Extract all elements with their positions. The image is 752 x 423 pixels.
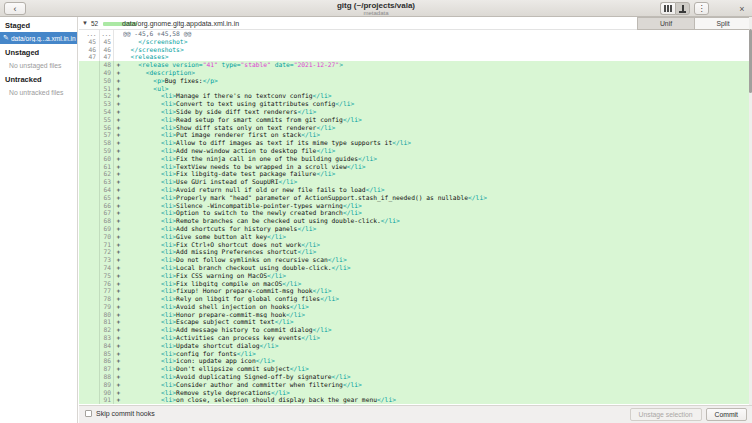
new-line-number: 58	[100, 139, 114, 147]
new-line-number: 68	[100, 217, 114, 225]
file-expander-icon[interactable]: ▼	[82, 20, 88, 26]
diff-line[interactable]: 48+ <release version="41" type="stable" …	[79, 61, 749, 69]
diff-line[interactable]: 91+ <li>on close, selection should displ…	[79, 396, 749, 404]
diff-line[interactable]: 84+ <li>Update shortcut dialog</li>	[79, 342, 749, 350]
diff-line[interactable]: 50+ <p>Bug fixes:</p>	[79, 77, 749, 85]
line-content: <li>on close, selection should display b…	[123, 396, 749, 404]
new-line-number: 73	[100, 256, 114, 264]
line-sign: +	[114, 334, 123, 342]
history-view-button[interactable]	[660, 2, 675, 15]
new-line-number: 50	[100, 77, 114, 85]
diff-line[interactable]: 81+ <li>Escape subject commit text</li>	[79, 318, 749, 326]
diff-line[interactable]: 77+ <li>fixup! Honor prepare-commit-msg …	[79, 287, 749, 295]
diff-line[interactable]: 71+ <li>Fix Ctrl+O shortcut does not wor…	[79, 241, 749, 249]
commit-view-button[interactable]	[675, 2, 690, 15]
diff-line[interactable]: 64+ <li>Avoid return null if old or new …	[79, 186, 749, 194]
diff-line[interactable]: 54+ <li>Side by side diff text renderers…	[79, 108, 749, 116]
menu-button[interactable]: ⋮	[694, 2, 709, 15]
new-line-number: 62	[100, 170, 114, 178]
old-line-number	[79, 139, 100, 147]
split-view-button[interactable]: Split	[694, 17, 752, 30]
diff-line[interactable]: 52+ <li>Manage if there's no textconv co…	[79, 92, 749, 100]
new-line-number: 87	[100, 365, 114, 373]
line-content: <li>Fix libgitg compile on macOS</li>	[123, 280, 749, 288]
diff-line[interactable]: 70+ <li>Give some button alt key</li>	[79, 233, 749, 241]
new-line-number: 46	[100, 46, 114, 54]
diff-line[interactable]: 69+ <li>Add shortcuts for history panels…	[79, 225, 749, 233]
diff-line[interactable]: 4545 </screenshot>	[79, 38, 749, 46]
line-content: <li>Avoid return null if old or new file…	[123, 186, 749, 194]
diff-line[interactable]: 61+ <li>TextView needs to be wrapped in …	[79, 163, 749, 171]
diff-line[interactable]: 65+ <li>Properly mark "head" parameter o…	[79, 194, 749, 202]
new-line-number: 65	[100, 194, 114, 202]
line-content: <li>Fix the ninja call in one of the bui…	[123, 155, 749, 163]
diff-line[interactable]: 79+ <li>Avoid shell injection on hooks</…	[79, 303, 749, 311]
diff-line[interactable]: 78+ <li>Rely on libgit for global config…	[79, 295, 749, 303]
diff-line[interactable]: ......@@ -45,6 +45,58 @@	[79, 30, 749, 38]
line-content: <li>Remove style deprecations</li>	[123, 389, 749, 397]
diff-line[interactable]: 85+ <li>config for fonts</li>	[79, 350, 749, 358]
diff-line[interactable]: 89+ <li>Consider author and committer wh…	[79, 381, 749, 389]
view-switcher	[660, 2, 690, 15]
diff-line[interactable]: 80+ <li>Honor prepare-commit-msg hook</l…	[79, 311, 749, 319]
back-button[interactable]: ‹	[4, 2, 26, 15]
diff-line[interactable]: 58+ <li>Allow to diff images as text if …	[79, 139, 749, 147]
diff-line[interactable]: 49+ <description>	[79, 69, 749, 77]
unified-view-button[interactable]: Unif	[637, 17, 694, 30]
diff-line[interactable]: 55+ <li>Read setup for smart commits fro…	[79, 116, 749, 124]
diff-line[interactable]: 90+ <li>Remove style deprecations</li>	[79, 389, 749, 397]
diff-line[interactable]: 4747 <releases>	[79, 53, 749, 61]
diff-line[interactable]: 56+ <li>Show diff stats only on text ren…	[79, 124, 749, 132]
old-line-number	[79, 69, 100, 77]
diff-line[interactable]: 82+ <li>Add message history to commit di…	[79, 326, 749, 334]
line-sign: +	[114, 124, 123, 132]
unstage-selection-button[interactable]: Unstage selection	[630, 408, 702, 421]
diff-line[interactable]: 88+ <li>Avoid duplicating Signed-off-by …	[79, 373, 749, 381]
diff-line[interactable]: 74+ <li>Local branch checkout using doub…	[79, 264, 749, 272]
diff-line[interactable]: 53+ <li>Convert to text using gitattribu…	[79, 100, 749, 108]
diff-line[interactable]: 83+ <li>Activities can process key event…	[79, 334, 749, 342]
line-sign: +	[114, 256, 123, 264]
diff-line[interactable]: 59+ <li>Add new-window action to desktop…	[79, 147, 749, 155]
line-sign: +	[114, 155, 123, 163]
line-sign: +	[114, 209, 123, 217]
commit-button[interactable]: Commit	[706, 408, 747, 421]
diff-line[interactable]: 73+ <li>Do not follow symlinks on recurs…	[79, 256, 749, 264]
skip-hooks-option[interactable]: Skip commit hooks	[85, 410, 155, 417]
staged-file-item[interactable]: ✎ data/org.g...a.xml.in.in	[0, 32, 77, 44]
diff-line[interactable]: 68+ <li>Remote branches can be checked o…	[79, 217, 749, 225]
gitg-window: ‹ gitg (~/projects/vala) metadata ⋮ × St…	[0, 0, 752, 423]
line-content: <li>Fix CSS warning on MacOS</li>	[123, 272, 749, 280]
diff-view-toggle: Unif Split	[637, 17, 752, 30]
diff-line[interactable]: 4646 </screenshots>	[79, 46, 749, 54]
line-content: <li>Add message history to commit dialog…	[123, 326, 749, 334]
old-line-number	[79, 241, 100, 249]
commit-view-icon	[678, 5, 687, 13]
diff-line[interactable]: 75+ <li>Fix CSS warning on MacOS</li>	[79, 272, 749, 280]
old-line-number	[79, 202, 100, 210]
new-line-number: 80	[100, 311, 114, 319]
new-line-number: 53	[100, 100, 114, 108]
line-sign: +	[114, 61, 123, 69]
line-content: <li>Consider author and committer when f…	[123, 381, 749, 389]
diff-line[interactable]: 72+ <li>Add missing Preferences shortcut…	[79, 248, 749, 256]
commit-action-bar: Skip commit hooks Unstage selection Comm…	[79, 405, 752, 423]
diff-line[interactable]: 67+ <li>Option to switch to the newly cr…	[79, 209, 749, 217]
diff-line[interactable]: 86+ <li>icon: update app icon</li>	[79, 357, 749, 365]
diff-line[interactable]: 76+ <li>Fix libgitg compile on macOS</li…	[79, 280, 749, 288]
diff-line[interactable]: 62+ <li>Fix libgitg-date test package fa…	[79, 170, 749, 178]
line-sign: +	[114, 311, 123, 319]
new-line-number: 64	[100, 186, 114, 194]
skip-hooks-checkbox[interactable]	[85, 410, 92, 417]
diff-line[interactable]: 87+ <li>Don't ellipsize commit subject</…	[79, 365, 749, 373]
line-sign: +	[114, 170, 123, 178]
diff-line[interactable]: 57+ <li>Put image renderer first on stac…	[79, 131, 749, 139]
diff-line[interactable]: 63+ <li>Use GUri instead of SoupURI</li>	[79, 178, 749, 186]
diff-line[interactable]: 51+ <ul>	[79, 85, 749, 93]
window-close-button[interactable]: ×	[735, 2, 749, 15]
line-content: <releases>	[123, 53, 749, 61]
line-sign	[114, 30, 123, 38]
diff-line[interactable]: 60+ <li>Fix the ninja call in one of the…	[79, 155, 749, 163]
diff-line[interactable]: 66+ <li>Silence -Wincompatible-pointer-t…	[79, 202, 749, 210]
line-sign: +	[114, 295, 123, 303]
